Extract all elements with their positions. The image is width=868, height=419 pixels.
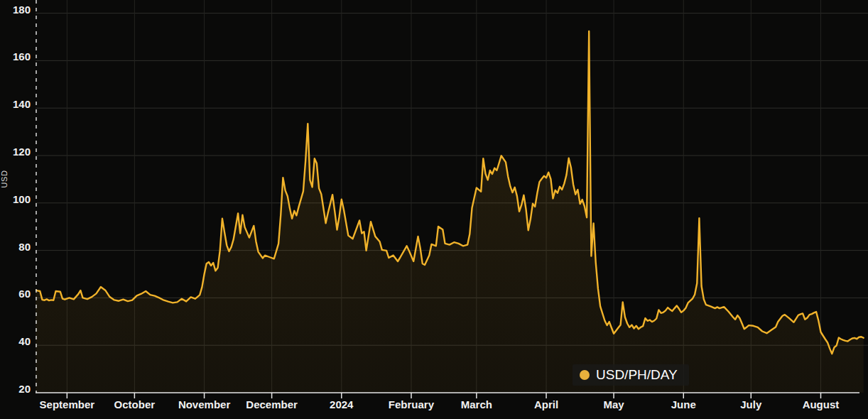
y-axis-label-60: 60 [0,288,32,300]
y-axis-label-100: 100 [0,193,32,206]
series-area [36,31,864,393]
y-axis-title: USD [0,165,10,193]
y-axis-label-20: 20 [0,383,32,396]
y-axis-label-40: 40 [0,335,32,348]
y-axis-label-180: 180 [0,4,32,16]
y-axis-label-120: 120 [0,146,32,158]
y-axis-label-140: 140 [0,98,32,111]
y-axis-label-160: 160 [0,50,32,63]
y-axis-label-80: 80 [0,241,32,254]
hashprice-chart: USD 18016014012010080604020 SeptemberOct… [0,0,868,419]
x-axis-label-august: August [778,398,863,411]
legend-label: USD/PH/DAY [596,367,678,383]
legend[interactable]: USD/PH/DAY [573,364,689,386]
plot-area[interactable] [36,0,868,405]
legend-marker-icon [580,370,590,380]
